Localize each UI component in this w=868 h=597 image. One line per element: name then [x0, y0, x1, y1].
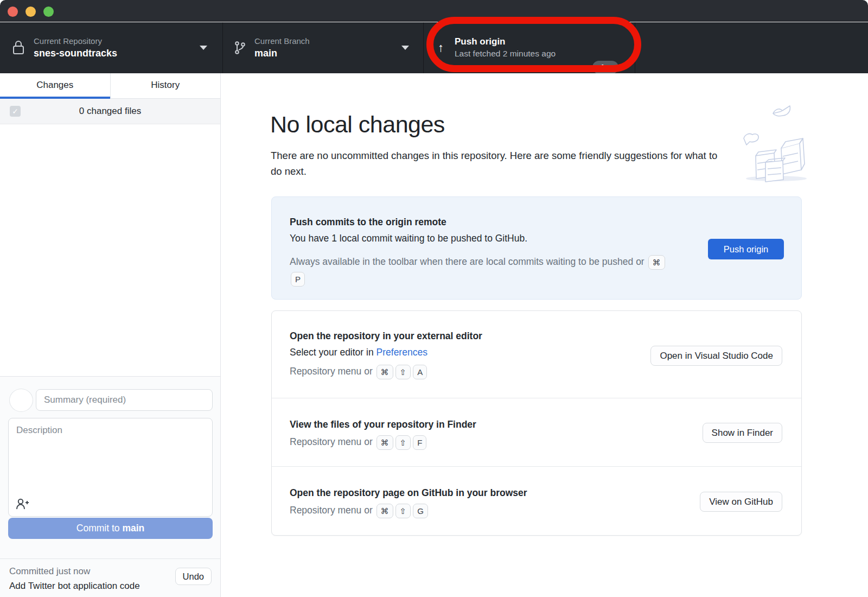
changed-files-row: ✓ 0 changed files	[0, 99, 220, 124]
push-origin-button[interactable]: Push origin	[708, 239, 784, 259]
a-key: A	[413, 365, 427, 379]
push-panel-title: Push commits to the origin remote	[290, 217, 446, 228]
zoom-window-button[interactable]	[43, 7, 54, 17]
shift-key: ⇧	[395, 365, 411, 379]
suggestion-title: Open the repository page on GitHub in yo…	[290, 487, 527, 499]
add-coauthor-icon[interactable]	[15, 497, 29, 511]
page-subtitle: There are no uncommitted changes in this…	[271, 148, 724, 179]
undo-button[interactable]: Undo	[175, 568, 212, 585]
preferences-link[interactable]: Preferences	[376, 347, 427, 358]
suggestion-show-finder: View the files of your repository in Fin…	[272, 398, 801, 466]
repository-name: snes-soundtracks	[34, 47, 117, 60]
shift-key: ⇧	[395, 504, 411, 518]
push-panel-body: You have 1 local commit waiting to be pu…	[290, 233, 527, 244]
suggestion-view-github: Open the repository page on GitHub in yo…	[272, 466, 801, 536]
ahead-commits-badge: 1 ↑	[592, 61, 618, 74]
current-repository-dropdown[interactable]: Current Repository snes-soundtracks	[0, 22, 222, 73]
show-in-finder-button[interactable]: Show in Finder	[703, 423, 782, 443]
chevron-down-icon	[200, 46, 207, 50]
suggestion-title: Open the repository in your external edi…	[290, 331, 482, 342]
repository-label: Current Repository	[34, 36, 117, 47]
avatar	[9, 389, 33, 412]
last-commit-footer: Committed just now Add Twitter bot appli…	[0, 558, 220, 597]
p-key: P	[291, 272, 305, 287]
suggestion-shortcut: Repository menu or ⌘⇧G	[290, 504, 429, 518]
arrow-up-icon: ↑	[438, 41, 444, 55]
minimize-window-button[interactable]	[25, 7, 36, 17]
push-panel-hint: Always available in the toolbar when the…	[290, 253, 669, 287]
window-titlebar	[0, 0, 868, 22]
branch-name: main	[254, 47, 310, 60]
cmd-key: ⌘	[648, 255, 665, 270]
view-on-github-button[interactable]: View on GitHub	[700, 492, 782, 512]
g-key: G	[413, 504, 428, 518]
cmd-key: ⌘	[376, 365, 393, 379]
commit-summary-input[interactable]	[36, 389, 213, 411]
tab-history[interactable]: History	[110, 73, 221, 99]
push-commits-panel: Push commits to the origin remote You ha…	[271, 196, 802, 300]
close-window-button[interactable]	[8, 7, 18, 17]
suggestion-open-editor: Open the repository in your external edi…	[272, 311, 801, 398]
git-branch-icon	[234, 40, 246, 55]
page-title: No local changes	[270, 111, 445, 138]
push-origin-title: Push origin	[455, 36, 556, 48]
app-toolbar: Current Repository snes-soundtracks Curr…	[0, 22, 868, 73]
commit-to-main-button[interactable]: Commit to main	[8, 518, 213, 539]
changed-files-count: 0 changed files	[0, 106, 220, 117]
current-branch-dropdown[interactable]: Current Branch main	[223, 22, 423, 73]
suggestion-shortcut: Repository menu or ⌘⇧F	[290, 435, 427, 450]
chevron-down-icon	[401, 46, 409, 50]
suggestion-shortcut: Repository menu or ⌘⇧A	[290, 365, 428, 379]
select-all-checkbox[interactable]: ✓	[10, 106, 21, 117]
commit-message-text: Add Twitter bot application code	[9, 581, 140, 592]
push-origin-subtitle: Last fetched 2 minutes ago	[455, 48, 556, 60]
shift-key: ⇧	[395, 435, 411, 450]
main-content: No local changes There are no uncommitte…	[221, 73, 868, 597]
cmd-key: ⌘	[376, 504, 393, 518]
toolbar-divider	[635, 22, 635, 73]
f-key: F	[413, 435, 426, 450]
cmd-key: ⌘	[376, 435, 393, 450]
sidebar-tabbar: Changes History	[0, 73, 220, 99]
changes-sidebar: Changes History ✓ 0 changed files Commit…	[0, 73, 221, 597]
open-in-vscode-button[interactable]: Open in Visual Studio Code	[650, 346, 782, 366]
suggestions-card: Open the repository in your external edi…	[271, 310, 802, 536]
suggestion-title: View the files of your repository in Fin…	[290, 419, 476, 430]
branch-label: Current Branch	[254, 36, 310, 47]
commit-form: Commit to main Committed just now Add Tw…	[0, 376, 220, 597]
paper-stack-illustration	[739, 105, 813, 183]
commit-description-input[interactable]	[8, 418, 213, 517]
commit-status-text: Committed just now	[9, 566, 90, 577]
suggestion-subtitle: Select your editor in Preferences	[290, 347, 427, 358]
tab-changes[interactable]: Changes	[0, 73, 110, 99]
lock-icon	[12, 40, 25, 56]
